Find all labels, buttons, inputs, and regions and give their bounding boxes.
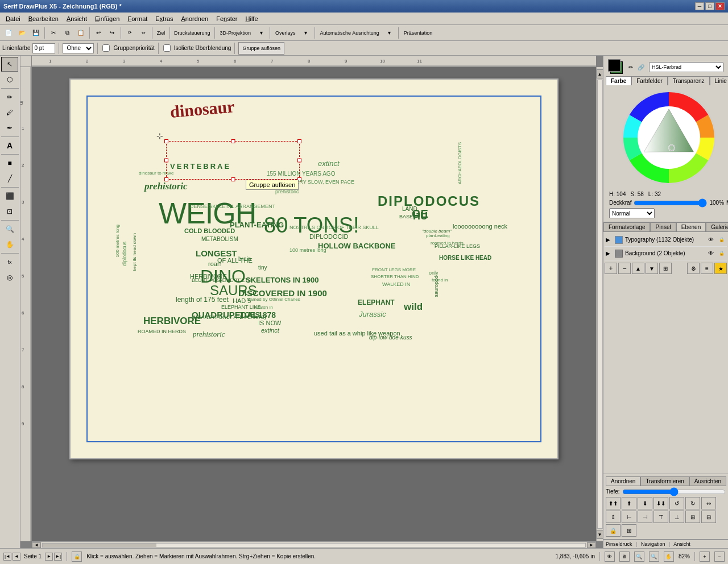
rotate-right-button[interactable]: ↻ xyxy=(685,497,700,509)
ansicht-tab[interactable]: Ansicht xyxy=(673,541,690,547)
hand-icon-status[interactable]: ✋ xyxy=(664,551,674,562)
layer-lock-background[interactable]: 🔒 xyxy=(718,250,726,258)
layer-row-typography[interactable]: ▶ Typography (1132 Objekte) 👁 🔒 xyxy=(605,233,727,247)
gruppe-auflosen-button[interactable]: Gruppe auflösen xyxy=(238,42,284,55)
move-layer-up-button[interactable]: ▲ xyxy=(632,263,644,274)
delete-layer-button[interactable]: − xyxy=(618,263,631,274)
align-top-button[interactable]: ⊤ xyxy=(653,511,668,523)
minus-icon[interactable]: − xyxy=(714,551,725,562)
isolierte-check[interactable] xyxy=(163,44,171,52)
ungroup-button[interactable]: ⊟ xyxy=(701,511,716,523)
menu-extras[interactable]: Extras xyxy=(152,14,176,23)
last-page-button[interactable]: ►| xyxy=(54,553,62,561)
opacity-slider[interactable] xyxy=(634,201,707,205)
menu-hilfe[interactable]: Hilfe xyxy=(242,14,262,23)
link-icon[interactable]: 🔗 xyxy=(638,64,644,70)
menu-anordnen[interactable]: Anordnen xyxy=(178,14,212,23)
zoom-tool[interactable]: 🔍 xyxy=(1,222,18,237)
tab-ausrichten[interactable]: Ausrichten xyxy=(689,476,726,486)
first-page-button[interactable]: |◄ xyxy=(3,553,11,561)
zoom-in-icon[interactable]: 🔍 xyxy=(634,551,644,562)
menu-ansicht[interactable]: Ansicht xyxy=(63,14,90,23)
tab-linie[interactable]: Linie xyxy=(710,76,728,85)
layer-eye-typography[interactable]: 👁 xyxy=(706,236,715,244)
ausrichtung-button[interactable]: Automatische Ausrichtung xyxy=(317,27,382,39)
menu-einfuegen[interactable]: Einfügen xyxy=(92,14,123,23)
prev-page-button[interactable]: ◄ xyxy=(13,553,20,561)
rect-tool[interactable]: ■ xyxy=(1,156,18,171)
open-button[interactable]: 📂 xyxy=(16,27,28,39)
titlebar-controls[interactable]: ─ □ ✕ xyxy=(695,2,725,10)
tab-pinsel[interactable]: Pinsel xyxy=(650,222,676,232)
layer-lock-typography[interactable]: 🔒 xyxy=(718,236,726,244)
vscroll-down[interactable]: ▼ xyxy=(597,530,603,539)
merge-layers-button[interactable]: ⊞ xyxy=(659,263,672,274)
projektion-dropdown[interactable]: ▾ xyxy=(255,27,267,39)
tab-formatvorlage[interactable]: Formatvorlage xyxy=(603,222,650,232)
undo-button[interactable]: ↩ xyxy=(92,27,105,39)
bring-forward-button[interactable]: ⬆ xyxy=(622,497,636,509)
cut-button[interactable]: ✂ xyxy=(47,27,60,39)
pinseldruck-tab[interactable]: Pinseldruck xyxy=(606,541,632,547)
menu-bearbeiten[interactable]: Bearbeiten xyxy=(25,14,62,23)
node-tool[interactable]: ⬡ xyxy=(1,72,18,87)
flip-h-button[interactable]: ⇔ xyxy=(701,497,716,509)
drucksteuerung-button[interactable]: Drucksteuerung xyxy=(172,27,212,39)
lock-icon-status[interactable]: 🔒 xyxy=(72,551,82,562)
select-tool[interactable]: ↖ xyxy=(1,57,18,72)
minimize-button[interactable]: ─ xyxy=(695,2,704,10)
tab-anordnen[interactable]: Anordnen xyxy=(606,476,640,486)
ohne-select[interactable]: Ohne xyxy=(63,43,94,53)
color-swatch-area[interactable] xyxy=(608,59,624,75)
add-layer-button[interactable]: + xyxy=(605,263,617,274)
maximize-button[interactable]: □ xyxy=(705,2,714,10)
praesentation-button[interactable]: Präsentation xyxy=(401,27,436,39)
pencil-tool[interactable]: ✒ xyxy=(1,121,18,135)
hscroll-left[interactable]: ◄ xyxy=(32,542,41,548)
vscroll-up[interactable]: ▲ xyxy=(597,69,603,78)
redo-button[interactable]: ↪ xyxy=(106,27,118,39)
text-tool[interactable]: A xyxy=(1,138,18,153)
hscroll[interactable]: ◄ ► xyxy=(32,541,596,548)
rotate-button[interactable]: ⟳ xyxy=(123,27,136,39)
bring-front-button[interactable]: ⬆⬆ xyxy=(606,497,621,509)
flip-button[interactable]: ⇔ xyxy=(137,27,150,39)
color-mode-select[interactable]: HSL-Farbrad RGB CMYK xyxy=(649,62,723,72)
layer-eye-background[interactable]: 👁 xyxy=(706,250,715,258)
hscroll-thumb[interactable] xyxy=(42,543,586,548)
layer-row-background[interactable]: ▶ Background (2 Objekte) 👁 🔒 xyxy=(605,247,727,260)
ziel-button[interactable]: Ziel xyxy=(155,27,167,39)
view-normal-icon[interactable]: 👁 xyxy=(605,551,615,562)
tab-farbfelder[interactable]: Farbfelder xyxy=(631,76,668,85)
menu-format[interactable]: Format xyxy=(124,14,151,23)
layer-highlight-button[interactable]: ★ xyxy=(714,263,727,274)
tab-transparenz[interactable]: Transparenz xyxy=(668,76,710,85)
bg-color-swatch[interactable] xyxy=(608,59,621,72)
zoom-out-icon[interactable]: 🔍 xyxy=(649,551,659,562)
brush-tool[interactable]: ✏ xyxy=(1,90,18,105)
color-wheel-svg[interactable] xyxy=(615,88,723,187)
line-tool[interactable]: ╱ xyxy=(1,171,18,186)
layer-options-button[interactable]: ≡ xyxy=(701,263,713,274)
canvas-area[interactable]: 1 2 3 4 5 6 7 8 9 10 11 in 1 2 3 4 5 xyxy=(20,56,603,548)
expand-icon-typography[interactable]: ▶ xyxy=(606,237,613,243)
hscroll-right[interactable]: ► xyxy=(587,542,596,548)
overlays-dropdown[interactable]: ▾ xyxy=(300,27,312,39)
tab-ebenen[interactable]: Ebenen xyxy=(676,222,706,232)
tab-galerie[interactable]: Galerie xyxy=(706,222,728,232)
navigation-tab[interactable]: Navigation xyxy=(641,541,665,547)
save-button[interactable]: 💾 xyxy=(30,27,42,39)
align-bottom-button[interactable]: ⊥ xyxy=(669,511,684,523)
pen-tool[interactable]: 🖊 xyxy=(1,105,18,120)
move-layer-down-button[interactable]: ▼ xyxy=(646,263,658,274)
align-right-button[interactable]: ⊣ xyxy=(638,511,652,523)
crop-tool[interactable]: ⊡ xyxy=(1,204,18,219)
distribute-h-button[interactable]: ⊞ xyxy=(622,524,636,537)
new-button[interactable]: 📄 xyxy=(2,27,15,39)
vscroll-thumb[interactable] xyxy=(597,80,603,529)
pencil-icon[interactable]: ✏ xyxy=(628,64,633,70)
view-mode-icon[interactable]: 🖥 xyxy=(619,551,630,562)
plus-icon[interactable]: + xyxy=(700,551,710,562)
eye-tool[interactable]: ◎ xyxy=(1,270,18,285)
depth-slider[interactable] xyxy=(622,490,726,494)
